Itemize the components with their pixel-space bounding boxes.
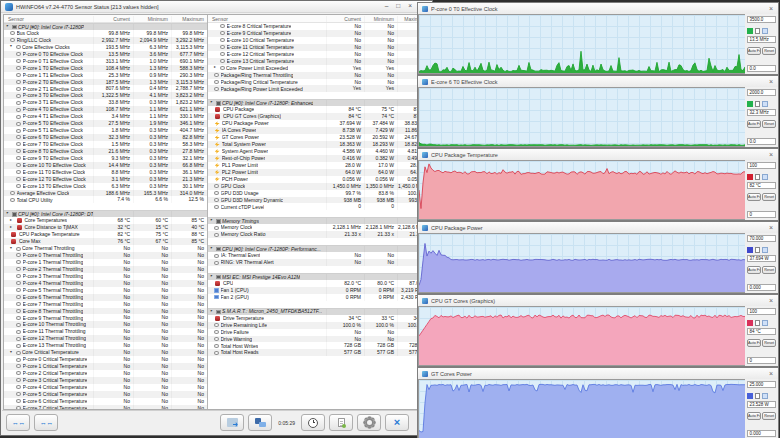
sensor-row[interactable]: E-core 7 Critical TemperatureNoNoNo [4,405,207,409]
sensor-row[interactable]: ▸Core Distance to TjMAX32 °C15 °C40 °C [4,224,207,231]
sensor-row[interactable]: IA: Thermal EventNoNoNo [208,252,429,259]
collapse-arrow-icon[interactable]: ▾ [6,212,10,216]
sensor-row[interactable]: E-core 12 Critical TemperatureNoNoNo [208,51,429,58]
graph-close-icon[interactable]: × [769,224,773,231]
sensor-row[interactable]: E-core 7 Thermal ThrottlingNoNoNo [4,301,207,308]
sensor-row[interactable]: Current cTDP Level000 [208,203,429,210]
settings-button[interactable] [357,414,381,431]
expand-arrow-icon[interactable]: ▸ [214,66,218,70]
graph-titlebar[interactable]: CPU GT Cores (Graphics)× [418,295,778,306]
graph-close-icon[interactable]: × [769,151,773,158]
sensor-row[interactable]: ▾Core Effective Clocks193.5 MHz6.3 MHz3,… [4,44,207,51]
sensor-row[interactable]: GPU D3D Usage99.7 %83.8 %100.0 % [208,190,429,197]
sensor-row[interactable]: Total Host Writes728 GB728 GB728 GB [208,342,429,349]
sensor-row[interactable]: E-core 6 T0 Effective Clock32.3 MHz0.3 M… [4,134,207,141]
scroll-left-button[interactable]: ↔↔ [6,414,30,431]
minimize-icon[interactable]: – [385,3,389,10]
sensor-row[interactable]: CPU Package84 °C75 °C87 °C [208,106,429,113]
collapse-arrow-icon[interactable]: ▾ [210,247,214,251]
sensor-row[interactable]: GT Cores Power23.528 W20.592 W24.673 W [208,134,429,141]
sensor-row[interactable]: P-core 1 Thermal ThrottlingNoNoNo [4,259,207,266]
graph-titlebar[interactable]: CPU Package Power× [418,222,778,233]
section-header-row[interactable]: ▾CPU [#0]: Intel Core i7-1280P [4,23,207,30]
sensor-row[interactable]: P-core 1 T0 Effective Clock108.4 MHz1.3 … [4,65,207,72]
share-data-button[interactable] [248,414,272,431]
remote-monitoring-button[interactable] [220,414,244,431]
sensor-row[interactable]: P-core 5 T0 Effective Clock27.5 MHz1.9 M… [4,120,207,127]
reset-button[interactable]: Reset [762,120,776,128]
sensor-row[interactable]: CPU GT Cores (Graphics)84 °C74 °C87 °C [208,113,429,120]
sensor-row[interactable]: Total Host Reads577 GB577 GB577 GB [208,349,429,356]
sensor-row[interactable]: Total System Power18.363 W18.293 W18.820… [208,141,429,148]
sensor-row[interactable]: PL1 Power Limit28.0 W17.0 W28.0 W [208,162,429,169]
sensor-row[interactable]: E-core 13 Critical TemperatureNoNoNo [208,58,429,65]
graph-titlebar[interactable]: P-core 0 T0 Effective Clock× [418,3,778,14]
sensor-row[interactable]: GPU Clock1,450.0 MHz1,350.0 MHz1,450.0 M… [208,183,429,190]
sensor-row[interactable]: Bus Clock99.8 MHz99.8 MHz99.8 MHz [4,30,207,37]
sensor-row[interactable]: Memory Clock Ratio21.33 x21.33 x21.33 x [208,231,429,238]
section-header-row[interactable]: ▾S.M.A.R.T.: Micron_2450_MTFDKBA512TF... [208,308,429,315]
sensor-row[interactable]: E-core 11 T0 Effective Clock8.8 MHz0.3 M… [4,169,207,176]
graph-close-icon[interactable]: × [769,297,773,304]
sensor-row[interactable]: E-core 6 Thermal ThrottlingNoNoNo [4,294,207,301]
sensor-row[interactable]: Package/Ring Critical TemperatureNoNoNo [208,79,429,86]
sensor-row[interactable]: Total CPU Utility7.4 %6.6 %12.5 % [4,196,207,203]
sensor-row[interactable]: E-core 9 T0 Effective Clock9.3 MHz0.3 MH… [4,155,207,162]
sensor-row[interactable]: P-core 5 Critical TemperatureNoNoNo [4,391,207,398]
sensor-row[interactable]: P-core 3 T1 Effective Clock33.8 MHz0.3 M… [4,99,207,106]
sensor-row[interactable]: P-core 3 Thermal ThrottlingNoNoNo [4,273,207,280]
sensor-row[interactable]: CPU Package Power37.694 W37.484 W38.838 … [208,120,429,127]
sensor-row[interactable]: P-core 4 T1 Effective Clock3.4 MHz1.1 MH… [4,113,207,120]
sensor-row[interactable]: GPU D3D Memory Dynamic938 MB938 MB993 MB [208,197,429,204]
sensor-row[interactable]: P-core 3 T0 Effective Clock1,322.5 MHz4.… [4,92,207,99]
autofit-button[interactable]: Auto Fit [747,266,761,274]
autofit-button[interactable]: Auto Fit [747,193,761,201]
sensor-row[interactable]: E-core 12 T0 Effective Clock3.1 MHz0.3 M… [4,176,207,183]
sensor-row[interactable]: E-core 9 Critical TemperatureNoNoNo [208,30,429,37]
scroll-right-button[interactable]: ↔↔ [34,414,58,431]
close-sensors-button[interactable]: × [385,414,409,431]
sensor-row[interactable]: Drive Temperature34 °C33 °C34 °C [208,315,429,322]
section-header-row[interactable]: ▾CPU [#0]: Intel Core i7-1280P: Performa… [208,245,429,252]
reset-button[interactable]: Reset [762,47,776,55]
sensor-row[interactable]: E-core 9 Thermal ThrottlingNoNoNo [4,314,207,321]
sensor-row[interactable]: P-core 2 Critical TemperatureNoNoNo [4,370,207,377]
sensor-row[interactable]: P-core 5 Thermal ThrottlingNoNoNo [4,287,207,294]
sensor-row[interactable]: E-core 10 T0 Effective Clock14.4 MHz0.3 … [4,162,207,169]
sensor-row[interactable]: P-core 3 Critical TemperatureNoNoNo [4,377,207,384]
sensor-row[interactable]: ▾Core Critical TemperatureNoNoNo [4,349,207,356]
sensor-row[interactable]: Fan 1 (CPU)0 RPM0 RPM3,219 RPM [208,287,429,294]
sensor-row[interactable]: P-core 4 Critical TemperatureNoNoNo [4,384,207,391]
autofit-button[interactable]: Auto Fit [747,47,761,55]
sensor-row[interactable]: Drive FailureNoNoNo [208,329,429,336]
report-button[interactable] [329,414,353,431]
expand-arrow-icon[interactable]: ▾ [10,351,14,355]
sensor-row[interactable]: Drive WarningNoNoNo [208,336,429,343]
graph-titlebar[interactable]: E-core 6 T0 Effective Clock× [418,76,778,87]
graph-titlebar[interactable]: CPU Package Temperature× [418,149,778,160]
collapse-arrow-icon[interactable]: ▾ [210,310,214,314]
expand-arrow-icon[interactable]: ▾ [10,247,14,251]
collapse-arrow-icon[interactable]: ▾ [210,219,214,223]
sensor-row[interactable]: P-core 2 Thermal ThrottlingNoNoNo [4,266,207,273]
section-header-row[interactable]: ▾CPU [#0]: Intel Core i7-1280P: DTS [4,210,207,217]
autofit-button[interactable]: Auto Fit [747,339,761,347]
sensor-row[interactable]: P-core 0 T0 Effective Clock13.5 MHz3.6 M… [4,51,207,58]
sensor-row[interactable]: P-core 0 Critical TemperatureNoNoNo [4,356,207,363]
sensor-row[interactable]: E-core 6 Critical TemperatureNoNoNo [4,398,207,405]
sensor-row[interactable]: E-core 8 Thermal ThrottlingNoNoNo [4,308,207,315]
sensor-row[interactable]: E-core 12 Thermal ThrottlingNoNoNo [4,335,207,342]
sensor-row[interactable]: Fan 2 (GPU)0 RPM0 RPM2,430 RPM [208,294,429,301]
expand-arrow-icon[interactable]: ▸ [10,219,14,223]
sensor-row[interactable]: P-core 4 T0 Effective Clock108.7 MHz1.1 … [4,106,207,113]
section-header-row[interactable]: ▾MSI EC: MSI Prestige 14Evo A12M [208,273,429,280]
sensor-row[interactable]: PL2 Power Limit64.0 W64.0 W64.0 W [208,169,429,176]
reset-button[interactable]: Reset [762,266,776,274]
window-titlebar[interactable]: HWiNFO64 v7.24-4770 Sensor Status [213 v… [1,1,432,13]
sensor-row[interactable]: RING: VR Thermal AlertNoNoNo [208,259,429,266]
sensor-row[interactable]: E-core 11 Thermal ThrottlingNoNoNo [4,328,207,335]
sensor-row[interactable]: Drive Remaining Life100.0 %100.0 %100.0 … [208,322,429,329]
graph-titlebar[interactable]: GT Cores Power× [418,368,778,379]
sensor-row[interactable]: P-core 0 Thermal ThrottlingNoNoNo [4,252,207,259]
collapse-arrow-icon[interactable]: ▾ [6,25,10,29]
